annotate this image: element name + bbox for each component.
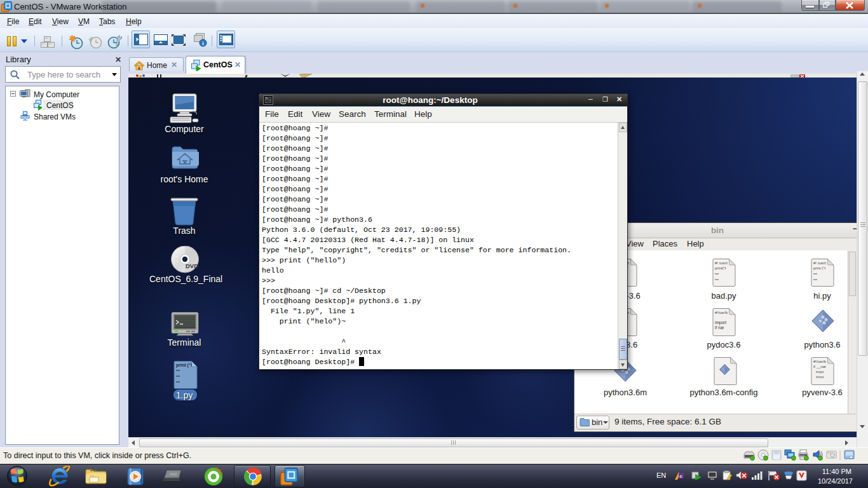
- svg-text:#! /usr/t: #! /usr/t: [715, 261, 728, 265]
- svg-text:VAIO: VAIO: [169, 472, 177, 476]
- svg-text:#!/usr/b: #!/usr/b: [813, 360, 827, 363]
- svg-text:e: e: [680, 474, 682, 478]
- svg-text:imoc: imoc: [816, 375, 824, 379]
- svg-text:#!/usr/b: #!/usr/b: [715, 311, 728, 315]
- svg-text:if __nar: if __nar: [813, 365, 826, 369]
- svg-text:if nar: if nar: [715, 325, 724, 330]
- svg-text:print("t: print("t: [715, 266, 726, 270]
- svg-text:print ("t: print ("t: [813, 266, 825, 270]
- svg-text:import: import: [715, 320, 726, 325]
- svg-text:print ("l: print ("l: [176, 363, 192, 368]
- svg-text:DVD: DVD: [186, 262, 198, 269]
- svg-text:#! /usr/t: #! /usr/t: [813, 261, 826, 265]
- svg-text:impc: impc: [816, 370, 824, 374]
